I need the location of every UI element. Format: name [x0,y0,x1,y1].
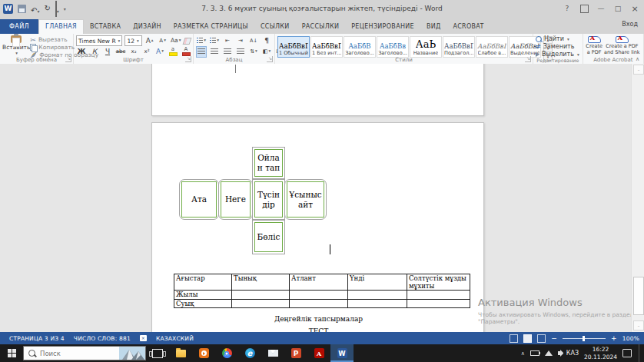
keyboard-language[interactable]: КАЗ [566,350,579,357]
ribbon-display-options-button[interactable] [576,2,592,15]
table-header-cell[interactable]: Солтүстік мұзды мұхиты [407,274,470,291]
network-icon[interactable] [545,350,553,356]
diagram-cell-ata[interactable]: Ата [179,179,219,220]
superscript-button[interactable]: x² [141,46,152,58]
battery-icon[interactable] [530,350,539,356]
subscript-button[interactable]: x₂ [128,46,139,58]
clear-formatting-button[interactable] [182,38,191,45]
style-normal[interactable]: АаБбВвГг, 1 Обычный [277,36,310,58]
caption-level-tasks[interactable]: Деңгейлік тапсырмалар [152,315,485,323]
paste-button[interactable]: Вставить ▾ [2,35,30,55]
style-subtle-emphasis[interactable]: АаБбВвГг Слабое в... [476,36,508,58]
style-heading2[interactable]: АаБбВв Заголово... [377,36,409,58]
select-button[interactable]: Выделить▾ [536,51,580,58]
font-dialog-launcher[interactable]: ↘ [185,56,191,62]
underline-button[interactable]: Ч [102,46,113,58]
custom-command-button[interactable]: ▾ [55,2,59,16]
bold-button[interactable]: Ж [76,46,87,58]
zoom-level[interactable]: 100% [622,335,639,342]
table-cell[interactable]: Жылы [174,291,232,299]
create-pdf-button[interactable]: A Create a PDF [586,35,603,55]
close-button[interactable]: × [627,2,642,15]
show-desktop-button[interactable] [639,344,642,362]
increase-indent-button[interactable]: ⇥ [235,35,246,47]
table-cell[interactable] [348,299,407,307]
style-title[interactable]: АаЬ Название [410,36,442,58]
undo-button[interactable]: ↶▾ [31,2,39,16]
print-layout-button[interactable] [523,334,532,343]
zoom-slider-thumb[interactable] [583,336,585,341]
help-button[interactable]: ? [559,2,575,15]
align-left-button[interactable] [196,46,207,58]
numbering-button[interactable]: ▾ [209,35,220,47]
align-right-button[interactable] [222,46,233,58]
tab-references[interactable]: ССЫЛКИ [254,19,296,34]
page-indicator[interactable]: СТРАНИЦА 3 ИЗ 4 [9,335,65,342]
tab-insert[interactable]: ВСТАВКА [84,19,127,34]
tab-file[interactable]: ФАЙЛ [0,19,38,34]
align-center-button[interactable] [209,46,220,58]
table-cell[interactable] [348,291,407,299]
table-cell[interactable] [407,291,470,299]
shrink-font-button[interactable]: А▾ [158,35,168,47]
document-page-3[interactable]: Ойлан тап Ата Неге Түсіндір Ұсыныс айт Б… [151,122,484,332]
styles-dialog-launcher[interactable]: ↘ [525,56,531,62]
diagram-cell-bolis[interactable]: Бөліс [252,220,285,254]
table-cell[interactable] [290,299,348,307]
clipboard-dialog-launcher[interactable]: ↘ [65,56,71,62]
show-paragraph-marks-button[interactable]: ¶ [261,35,272,47]
edge-button[interactable]: e [238,344,261,362]
language-indicator[interactable]: КАЗАХСКИЙ [156,335,194,342]
tab-review[interactable]: РЕЦЕНЗИРОВАНИЕ [345,19,420,34]
collapse-ribbon-button[interactable]: ∧ [636,56,639,62]
powerpoint-button[interactable]: P [284,344,307,362]
table-header-cell[interactable]: Атлант [290,274,348,291]
table-cell[interactable] [232,299,290,307]
font-name-combo[interactable]: Times New R▾ [76,35,122,46]
sort-button[interactable]: А↓ [248,35,259,47]
tab-acrobat[interactable]: ACROBAT [447,19,490,34]
media-player-button[interactable] [192,344,215,362]
grow-font-button[interactable]: А▴ [144,35,155,47]
bullets-button[interactable]: ▾ [196,35,207,47]
read-mode-button[interactable] [510,334,518,343]
tab-home[interactable]: ГЛАВНАЯ [38,19,84,34]
create-pdf-share-button[interactable]: A Create a PDF and Share link [603,35,641,55]
taskbar-search[interactable] [23,346,146,360]
clock[interactable]: 16:22 20.11.2024 [584,346,617,360]
diagram-cell-top[interactable]: Ойлан тап [252,147,285,179]
tray-expand-icon[interactable]: ∧ [521,350,525,357]
italic-button[interactable]: К [89,46,100,58]
scrollbar-thumb[interactable] [633,277,644,315]
diagram-cell-nege[interactable]: Неге [218,179,253,220]
highlight-color-button[interactable]: а [168,46,178,58]
acrobat-button[interactable]: A [307,344,330,362]
style-subtitle[interactable]: АаБбВвГ Подзагол... [443,36,475,58]
sign-in-link[interactable]: Вход [622,21,638,28]
style-no-spacing[interactable]: АаБбВвГг, 1 Без инт... [310,36,343,58]
vertical-scrollbar[interactable]: – – [631,64,644,332]
justify-button[interactable] [235,46,246,58]
tab-view[interactable]: ВИД [420,19,447,34]
table-cell[interactable] [232,291,290,299]
table-header-cell[interactable]: Ағыстар [174,274,232,291]
start-button[interactable] [0,344,23,362]
qat-customize-button[interactable]: ▾ [64,6,66,12]
table-cell[interactable] [407,299,470,307]
mail-button[interactable] [261,344,284,362]
diagram-cell-tusindir[interactable]: Түсіндір [252,179,285,220]
word-taskbar-button[interactable]: W [330,344,354,362]
font-size-combo[interactable]: 12▾ [124,35,141,46]
minimize-button[interactable]: — [593,2,609,15]
zoom-slider[interactable] [563,338,606,339]
find-button[interactable]: Найти▾ [536,35,580,42]
document-page-2[interactable] [151,64,484,116]
decrease-indent-button[interactable]: ⇤ [222,35,233,47]
change-case-button[interactable]: Аа▾ [171,35,181,47]
table-cell[interactable]: Суық [174,299,232,307]
search-input[interactable] [38,349,103,358]
replace-button[interactable]: ⇄Заменить [536,43,580,50]
tab-design[interactable]: ДИЗАЙН [127,19,168,34]
undo-dropdown-icon[interactable]: ▾ [37,8,39,14]
maximize-button[interactable]: □ [610,2,626,15]
